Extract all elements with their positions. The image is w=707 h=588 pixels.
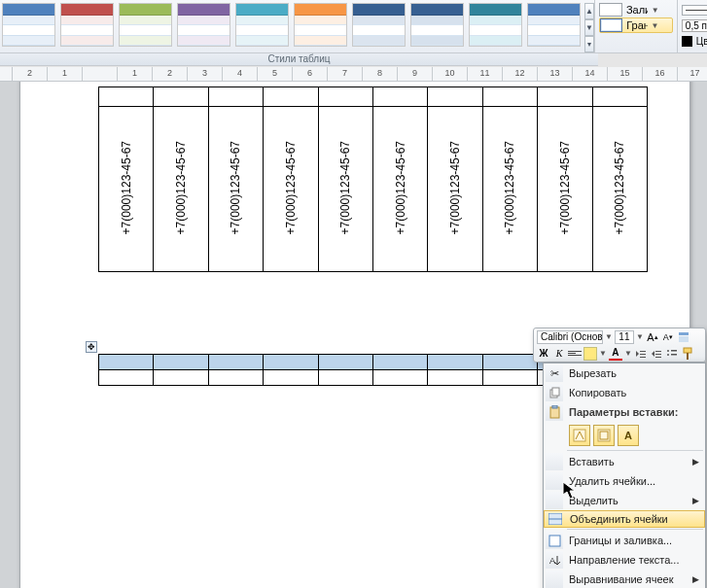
table-cell[interactable]: +7(000)123-45-67: [538, 107, 592, 272]
format-painter-button[interactable]: [681, 347, 694, 361]
context-menu: ✂ Вырезать Копировать Параметры вставки:…: [543, 363, 706, 588]
table-style-thumb[interactable]: [119, 3, 172, 47]
pen-style-button[interactable]: ▼: [682, 2, 707, 17]
paste-text-only-button[interactable]: A: [618, 425, 639, 446]
table-style-thumb[interactable]: [352, 3, 406, 47]
table-cell[interactable]: +7(000)123-45-67: [428, 107, 482, 272]
table-style-thumb[interactable]: [527, 3, 581, 47]
phone-text: +7(000)123-45-67: [613, 141, 626, 234]
ruler-segment: 16: [643, 67, 678, 81]
font-name-dropdown[interactable]: Calibri (Основ: [537, 330, 603, 344]
table-move-handle[interactable]: ✥: [86, 341, 97, 353]
menu-cut[interactable]: ✂ Вырезать: [544, 363, 705, 383]
table-style-thumb[interactable]: [2, 3, 55, 47]
horizontal-ruler[interactable]: 21123456789101112131415161718: [13, 67, 707, 82]
table-style-thumb[interactable]: [60, 3, 114, 47]
pen-color-button[interactable]: Цвет пе: [682, 33, 707, 49]
table-cell[interactable]: +7(000)123-45-67: [264, 107, 318, 272]
menu-insert[interactable]: Вставить ▶: [544, 452, 705, 471]
scissors-icon: ✂: [546, 364, 563, 382]
phone-text: +7(000)123-45-67: [284, 141, 298, 234]
clipboard-icon: [546, 403, 563, 421]
svg-text:А: А: [549, 556, 555, 566]
table-style-thumb[interactable]: [294, 3, 347, 47]
table-style-thumb[interactable]: [177, 3, 230, 47]
bold-button[interactable]: Ж: [537, 347, 550, 361]
svg-point-10: [667, 354, 669, 356]
svg-rect-5: [655, 351, 661, 352]
phone-table[interactable]: +7(000)123-45-67+7(000)123-45-67+7(000)1…: [98, 86, 648, 272]
ruler-segment: 4: [223, 67, 258, 81]
shading-label: Заливка: [626, 4, 648, 16]
table-cell[interactable]: +7(000)123-45-67: [318, 107, 372, 272]
svg-rect-0: [679, 332, 689, 335]
indent-increase-button[interactable]: [650, 347, 663, 361]
borders-icon: [600, 18, 622, 32]
menu-copy[interactable]: Копировать: [544, 383, 705, 402]
align-center-button[interactable]: [568, 347, 582, 361]
phone-text: +7(000)123-45-67: [558, 141, 572, 234]
svg-point-8: [667, 350, 669, 352]
table-cell[interactable]: +7(000)123-45-67: [99, 107, 154, 272]
menu-select[interactable]: Выделить ▶: [544, 491, 705, 510]
phone-text: +7(000)123-45-67: [448, 141, 462, 234]
menu-merge-cells[interactable]: Объединить ячейки: [544, 510, 705, 528]
menu-delete-cells[interactable]: Удалить ячейки...: [544, 471, 705, 491]
highlight-button[interactable]: [583, 347, 597, 361]
menu-borders-fill[interactable]: Границы и заливка...: [544, 531, 705, 550]
menu-cell-alignment[interactable]: Выравнивание ячеек ▶: [544, 570, 705, 588]
line-style-icon: [682, 5, 707, 16]
svg-rect-4: [640, 357, 646, 358]
paste-keep-formatting-button[interactable]: [569, 425, 590, 446]
borders-label: Границы: [626, 19, 647, 31]
table-cell[interactable]: +7(000)123-45-67: [592, 107, 647, 272]
blank-icon: [546, 571, 563, 588]
merge-cells-icon: [547, 510, 564, 528]
borders-button[interactable]: Границы ▼: [599, 17, 673, 33]
bucket-icon: [599, 3, 622, 17]
table-cell[interactable]: +7(000)123-45-67: [208, 107, 263, 272]
font-size-dropdown[interactable]: 11: [615, 330, 634, 344]
table-style-thumb[interactable]: [410, 3, 464, 47]
mini-toolbar: Calibri (Основ ▼ 11 ▼ A▴ A▾ Ж К ▼ A ▼: [533, 328, 706, 363]
ruler-segment: 6: [293, 67, 328, 81]
table-cell[interactable]: +7(000)123-45-67: [372, 107, 427, 272]
gallery-scroll-up-button[interactable]: ▲: [584, 3, 594, 19]
ruler-segment: 5: [258, 67, 293, 81]
ruler-segment: 17: [678, 67, 707, 81]
table-style-thumb[interactable]: [469, 3, 522, 47]
indent-decrease-button[interactable]: [634, 347, 648, 361]
phone-text: +7(000)123-45-67: [503, 141, 516, 234]
table-row: [99, 87, 648, 107]
table-cell[interactable]: +7(000)123-45-67: [154, 107, 208, 272]
grow-font-button[interactable]: A▴: [646, 330, 659, 344]
chevron-down-icon: ▼: [652, 6, 673, 15]
chevron-down-icon: ▼: [636, 332, 644, 341]
paste-options-row: A: [544, 422, 705, 449]
gallery-scroll-down-button[interactable]: ▼: [584, 19, 594, 36]
submenu-arrow-icon: ▶: [692, 457, 699, 467]
ruler-corner: [0, 67, 13, 82]
table-style-thumb[interactable]: [235, 3, 289, 47]
shading-button[interactable]: Заливка ▼: [599, 2, 673, 17]
shrink-font-button[interactable]: A▾: [661, 330, 675, 344]
draw-borders-group: ▼ 0,5 пт▼ Цвет пе: [677, 0, 707, 52]
phone-text: +7(000)123-45-67: [174, 141, 188, 234]
styles-button[interactable]: [677, 330, 690, 344]
font-color-button[interactable]: A: [609, 347, 622, 361]
gallery-more-button[interactable]: ▾: [584, 36, 594, 52]
svg-rect-16: [550, 407, 559, 418]
table-cell[interactable]: +7(000)123-45-67: [482, 107, 537, 272]
pen-color-label: Цвет пе: [696, 36, 707, 47]
gallery-scroll: ▲ ▼ ▾: [584, 3, 594, 52]
paste-merge-formatting-button[interactable]: [593, 425, 615, 446]
ruler-segment: 2: [13, 67, 48, 81]
bullet-list-button[interactable]: [665, 347, 679, 361]
pen-width-button[interactable]: 0,5 пт▼: [682, 17, 707, 33]
italic-button[interactable]: К: [552, 347, 566, 361]
ruler-segment: 1: [118, 67, 153, 81]
ruler-segment: 15: [608, 67, 643, 81]
menu-text-direction[interactable]: А Направление текста...: [544, 550, 705, 570]
chevron-down-icon: ▼: [624, 349, 632, 358]
svg-rect-15: [552, 388, 559, 396]
